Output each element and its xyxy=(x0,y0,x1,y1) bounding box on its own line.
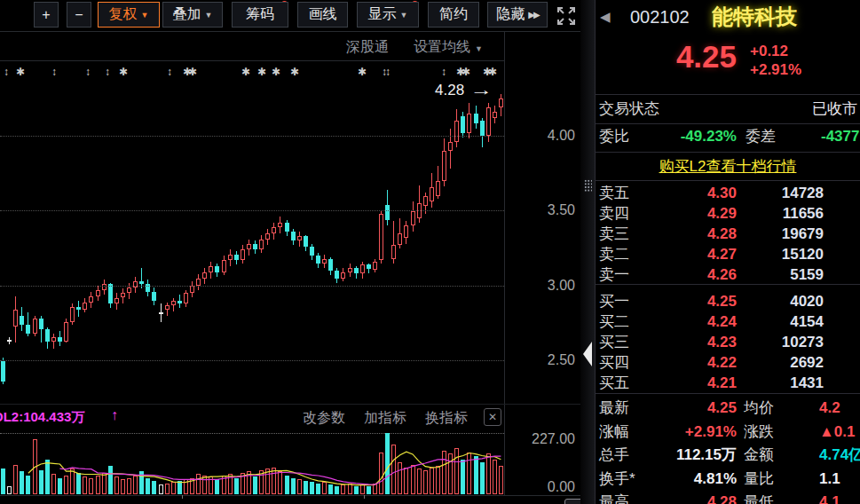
volume-bar xyxy=(423,470,428,494)
volume-bar xyxy=(474,456,478,494)
fullscreen-expand-icon[interactable] xyxy=(555,4,578,28)
bid-label: 买二 xyxy=(599,312,629,332)
stock-app-window: +−复权▼叠加▼筹码画线显示▼简约隐藏▶▶ 深股通 设置均线▼ ↕✱↕↕↕✱↕✱… xyxy=(0,0,860,504)
volume-bar xyxy=(297,479,302,494)
candle-body xyxy=(114,298,119,304)
volume-bar xyxy=(96,476,100,494)
candle-body xyxy=(253,244,257,250)
ask-volume: 11656 xyxy=(746,204,824,224)
bid-price[interactable]: 4.25 xyxy=(648,292,737,311)
ask-price[interactable]: 4.28 xyxy=(648,224,737,244)
candle-body xyxy=(70,307,75,322)
stat-value-2: 4.1 xyxy=(819,492,840,504)
candle-body xyxy=(304,236,308,247)
candle-body xyxy=(127,287,131,294)
volume-bar xyxy=(178,481,182,494)
bid-price[interactable]: 4.24 xyxy=(648,312,737,332)
buy-l2-link[interactable]: 购买L2查看十档行情 xyxy=(595,156,860,177)
volume-bar xyxy=(51,474,56,494)
candle-body xyxy=(467,114,471,133)
stock-code: 002102 xyxy=(630,7,690,28)
back-arrow-icon[interactable]: ◀ xyxy=(600,9,611,25)
candle-body xyxy=(76,307,81,310)
price-change-percent: +2.91% xyxy=(750,61,801,79)
candle-body xyxy=(367,264,371,269)
volume-bar xyxy=(64,476,68,494)
gridline-3.50 xyxy=(0,210,504,211)
candle-body xyxy=(196,279,201,286)
volume-bar xyxy=(480,462,485,495)
ask-price[interactable]: 4.30 xyxy=(648,184,737,203)
zoom-in-button[interactable]: + xyxy=(34,2,59,28)
adjust-price-button[interactable]: 复权▼ xyxy=(98,2,160,28)
ask-price[interactable]: 4.27 xyxy=(648,245,737,264)
volume-bar xyxy=(45,460,50,495)
volume-bar xyxy=(89,478,93,494)
draw-line-button[interactable]: 画线 xyxy=(297,2,348,28)
event-marker-icon: ✱✱ xyxy=(183,65,193,79)
edit-params-button[interactable]: 改参数 xyxy=(303,409,345,428)
volume-bar xyxy=(411,465,415,494)
stat-label: 涨幅 xyxy=(599,422,629,442)
volume-bar xyxy=(265,469,270,494)
divider xyxy=(596,393,860,394)
quote-panel: ◀ 002102 能特科技 4.25 +0.12 +2.91% 交易状态 已收市… xyxy=(595,0,860,504)
event-marker-icon: ↕ xyxy=(85,65,91,79)
candle-body xyxy=(152,292,156,301)
candle-body xyxy=(310,247,314,256)
volume-bar xyxy=(70,469,75,494)
hide-button[interactable]: 隐藏▶▶ xyxy=(487,2,548,28)
candle-body xyxy=(215,266,219,272)
volume-bar xyxy=(253,476,257,494)
ask-price[interactable]: 4.29 xyxy=(648,204,737,224)
trade-status-label: 交易状态 xyxy=(599,99,659,119)
chart-header-divider xyxy=(0,60,504,61)
event-marker-icon: ✱ xyxy=(16,65,25,79)
chips-button[interactable]: 筹码 xyxy=(232,2,288,28)
stat-value: 4.81% xyxy=(630,469,737,489)
volume-bar xyxy=(341,484,345,494)
volume-bar xyxy=(448,453,453,494)
ma-setting-button[interactable]: 设置均线▼ xyxy=(414,38,483,56)
panel-divider xyxy=(0,404,581,405)
add-indicator-button[interactable]: 加指标 xyxy=(364,409,406,428)
bid-price[interactable]: 4.21 xyxy=(648,374,737,393)
candle-body xyxy=(328,259,333,272)
zoom-out-button[interactable]: − xyxy=(67,2,91,28)
volume-bar xyxy=(202,476,207,494)
szh-connect-label: 深股通 xyxy=(346,38,389,56)
drag-grip-icon[interactable] xyxy=(584,179,592,192)
panel-resize-strip[interactable] xyxy=(580,0,595,504)
event-marker-icon: ↕ xyxy=(105,65,110,79)
ask-volume: 14728 xyxy=(746,184,824,203)
ask-price[interactable]: 4.26 xyxy=(648,265,737,285)
event-marker-icon: ✱ xyxy=(257,65,266,79)
volume-bar xyxy=(367,486,371,494)
candle-body xyxy=(139,281,144,284)
bid-volume: 4020 xyxy=(746,292,824,311)
candle-body xyxy=(285,223,289,232)
overlay-button[interactable]: 叠加▼ xyxy=(162,2,223,28)
candle-body xyxy=(486,107,491,136)
volume-axis-max: 227.00 xyxy=(497,431,575,447)
event-marker-icon: ✱ xyxy=(241,65,250,79)
ask-label: 卖二 xyxy=(599,245,629,264)
bid-volume: 1431 xyxy=(746,374,824,393)
stat-value-2: 4.74亿 xyxy=(819,445,860,465)
volume-bar xyxy=(430,468,434,494)
bid-volume: 2692 xyxy=(746,353,824,373)
collapse-panel-arrow[interactable] xyxy=(583,342,592,366)
bid-price[interactable]: 4.22 xyxy=(648,353,737,373)
volume-bar xyxy=(373,484,377,494)
bid-price[interactable]: 4.23 xyxy=(648,333,737,352)
simple-mode-button[interactable]: 简约 xyxy=(428,2,479,28)
volume-bar xyxy=(209,476,213,494)
last-price: 4.25 xyxy=(621,39,737,75)
switch-indicator-button[interactable]: 换指标 xyxy=(425,409,468,428)
candle-body xyxy=(171,301,176,305)
display-button[interactable]: 显示▼ xyxy=(357,2,419,28)
close-indicator-button[interactable]: ✕ xyxy=(484,408,501,426)
candle-body xyxy=(1,361,5,382)
volume-bar xyxy=(13,465,18,494)
gridline-4.00 xyxy=(0,136,504,137)
